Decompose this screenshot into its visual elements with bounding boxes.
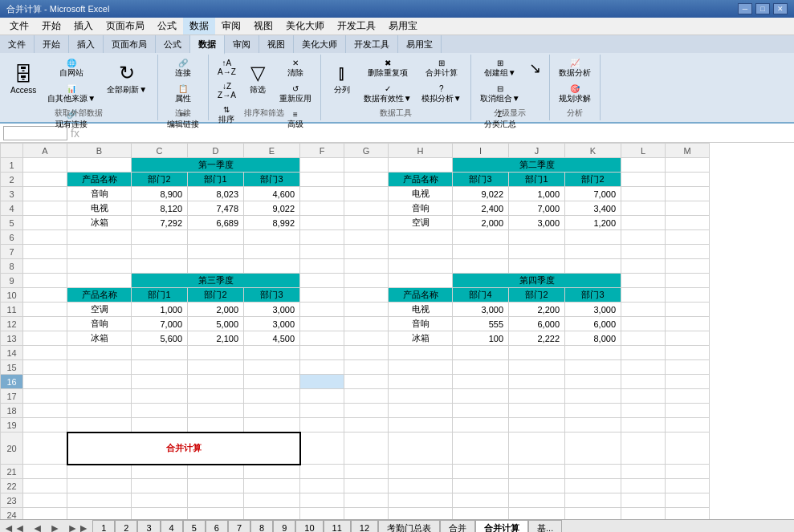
row-header-19[interactable]: 19 (1, 418, 23, 433)
cell-6-7[interactable] (344, 230, 389, 245)
row-header-10[interactable]: 10 (1, 288, 23, 303)
sheet-tab-9[interactable]: 10 (295, 520, 323, 533)
cell-12-6[interactable] (300, 317, 344, 331)
cell-4-6[interactable] (300, 201, 344, 216)
cell-17-7[interactable] (344, 389, 389, 404)
menu-item-9[interactable]: 开发工具 (331, 18, 382, 35)
cell-16-6[interactable] (300, 375, 344, 389)
cell-7-11[interactable] (565, 245, 621, 259)
cell-3-6[interactable] (300, 187, 344, 201)
cell-17-4[interactable] (188, 389, 244, 404)
sheet-tab-1[interactable]: 2 (115, 520, 137, 533)
cell-23-3[interactable] (132, 493, 188, 508)
cell-14-3[interactable] (132, 346, 188, 360)
consolidate-button[interactable]: ⊞合并计算 (417, 56, 466, 81)
col-header-J[interactable]: J (509, 144, 565, 158)
cell-18-5[interactable] (244, 404, 300, 418)
cell-11-2[interactable]: 空调 (67, 303, 132, 317)
sheet-tab-5[interactable]: 6 (206, 520, 228, 533)
cell-9-1[interactable] (23, 274, 67, 288)
sheet-tab-7[interactable]: 8 (250, 520, 273, 533)
cell-14-1[interactable] (23, 346, 67, 360)
cell-5-2[interactable]: 冰箱 (67, 216, 132, 230)
cell-12-8[interactable]: 音响 (389, 317, 453, 331)
cell-2-3[interactable]: 部门2 (132, 173, 188, 187)
cell-5-9[interactable]: 2,000 (453, 216, 509, 230)
cell-12-9[interactable]: 555 (453, 317, 509, 331)
cell-21-12[interactable] (621, 465, 666, 479)
group-button[interactable]: ⊞创建组▼ (476, 56, 524, 81)
cell-7-4[interactable] (188, 245, 244, 259)
cell-24-13[interactable] (666, 508, 710, 520)
sheet-tab-3[interactable]: 4 (161, 520, 183, 533)
cell-23-5[interactable] (244, 493, 300, 508)
cell-5-6[interactable] (300, 216, 344, 230)
sheet-tab-8[interactable]: 9 (273, 520, 295, 533)
cell-15-4[interactable] (188, 360, 244, 375)
col-header-B[interactable]: B (67, 144, 132, 158)
col-header-G[interactable]: G (344, 144, 389, 158)
row-header-12[interactable]: 12 (1, 317, 23, 331)
sheet-tab-0[interactable]: 1 (92, 520, 115, 533)
cell-23-4[interactable] (188, 493, 244, 508)
cell-24-2[interactable] (67, 508, 132, 520)
menu-item-6[interactable]: 审阅 (215, 18, 247, 35)
cell-14-5[interactable] (244, 346, 300, 360)
cell-5-5[interactable]: 8,992 (244, 216, 300, 230)
cell-22-1[interactable] (23, 479, 67, 493)
cell-22-8[interactable] (389, 479, 453, 493)
sheet-nav-1[interactable]: ◄ (29, 522, 47, 533)
cell-16-5[interactable] (244, 375, 300, 389)
cell-6-10[interactable] (509, 230, 565, 245)
cell-7-2[interactable] (67, 245, 132, 259)
cell-2-6[interactable] (300, 173, 344, 187)
cell-18-3[interactable] (132, 404, 188, 418)
cell-14-11[interactable] (565, 346, 621, 360)
cell-21-11[interactable] (565, 465, 621, 479)
menu-item-7[interactable]: 视图 (247, 18, 279, 35)
row-header-7[interactable]: 7 (1, 245, 23, 259)
cell-22-13[interactable] (666, 479, 710, 493)
cell-10-13[interactable] (666, 288, 710, 303)
cell-20-6[interactable] (300, 433, 344, 465)
refresh-all-button[interactable]: ↻ 全部刷新▼ (101, 56, 153, 101)
cell-1-6[interactable] (300, 158, 344, 173)
ribbon-tab-8[interactable]: 美化大师 (294, 35, 346, 53)
cell-9-12[interactable] (621, 274, 666, 288)
row-header-5[interactable]: 5 (1, 216, 23, 230)
cell-16-8[interactable] (389, 375, 453, 389)
cell-20-2[interactable]: 合并计算 (67, 433, 300, 465)
ribbon-tab-4[interactable]: 公式 (156, 35, 190, 53)
cell-23-13[interactable] (666, 493, 710, 508)
level-dialog-button[interactable]: ↘ (526, 56, 544, 132)
cell-19-9[interactable] (453, 418, 509, 433)
clear-button[interactable]: ✕清除 (275, 56, 316, 81)
cell-13-1[interactable] (23, 331, 67, 346)
cell-12-13[interactable] (666, 317, 710, 331)
cell-23-1[interactable] (23, 493, 67, 508)
cell-6-13[interactable] (666, 230, 710, 245)
cell-10-8[interactable]: 产品名称 (389, 288, 453, 303)
row-header-21[interactable]: 21 (1, 465, 23, 479)
cell-5-7[interactable] (344, 216, 389, 230)
cell-24-5[interactable] (244, 508, 300, 520)
cell-2-8[interactable]: 产品名称 (389, 173, 453, 187)
cell-19-4[interactable] (188, 418, 244, 433)
cell-7-10[interactable] (509, 245, 565, 259)
cell-11-10[interactable]: 2,200 (509, 303, 565, 317)
cell-19-2[interactable] (67, 418, 132, 433)
row-header-13[interactable]: 13 (1, 331, 23, 346)
sheet-tab-4[interactable]: 5 (183, 520, 206, 533)
cell-8-4[interactable] (188, 259, 244, 274)
cell-1-3[interactable]: 第一季度 (132, 158, 300, 173)
cell-4-5[interactable]: 9,022 (244, 201, 300, 216)
cell-21-7[interactable] (344, 465, 389, 479)
cell-6-11[interactable] (565, 230, 621, 245)
cell-6-4[interactable] (188, 230, 244, 245)
menu-item-1[interactable]: 开始 (35, 18, 67, 35)
row-header-24[interactable]: 24 (1, 508, 23, 520)
cell-19-11[interactable] (565, 418, 621, 433)
cell-21-5[interactable] (244, 465, 300, 479)
cell-10-3[interactable]: 部门1 (132, 288, 188, 303)
cell-6-5[interactable] (244, 230, 300, 245)
